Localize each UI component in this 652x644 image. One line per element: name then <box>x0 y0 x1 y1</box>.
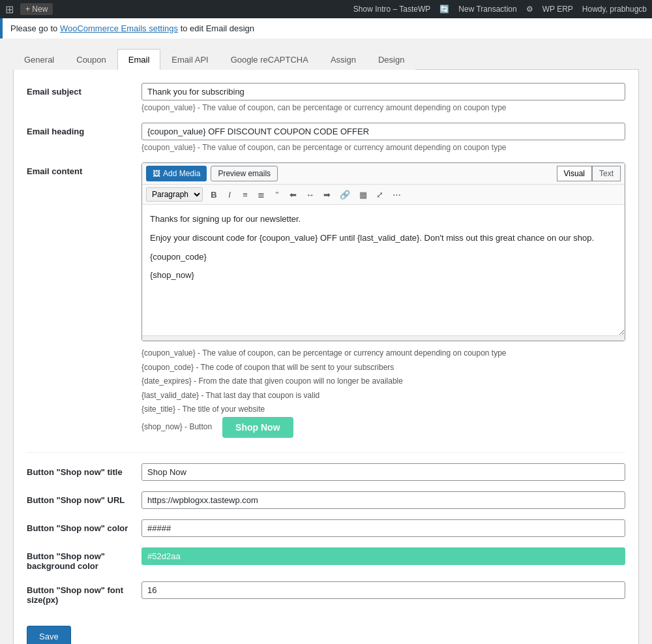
howdy-text: Howdy, prabhugcb <box>582 5 647 14</box>
button-color-label: Button "Shop now" color <box>27 519 131 533</box>
hint-coupon-code: {coupon_code} - The code of coupon that … <box>141 361 625 375</box>
tab-general[interactable]: General <box>13 49 65 70</box>
button-bg-color-input[interactable] <box>141 547 625 565</box>
paragraph-select[interactable]: Paragraph <box>146 187 203 202</box>
preview-emails-button[interactable]: Preview emails <box>211 166 278 181</box>
button-color-wrap <box>141 519 625 537</box>
button-title-wrap <box>141 463 625 481</box>
admin-bar: ⊞ + New Show Intro – TasteWP 🔄 New Trans… <box>0 0 652 18</box>
wp-erp-icon: ⚙ <box>526 5 533 14</box>
new-button[interactable]: + New <box>20 3 53 15</box>
ordered-list-button[interactable]: ≣ <box>254 188 269 202</box>
hint-coupon-value: {coupon_value} - The value of coupon, ca… <box>141 346 625 361</box>
tab-design[interactable]: Design <box>367 49 415 70</box>
button-bg-color-wrap <box>141 547 625 565</box>
wp-logo: ⊞ <box>5 3 14 16</box>
italic-button[interactable]: I <box>222 188 237 202</box>
button-font-size-label: Button "Shop now" font size(px) <box>27 581 131 605</box>
email-content-label: Email content <box>27 162 131 176</box>
tab-email[interactable]: Email <box>117 49 161 70</box>
tab-coupon[interactable]: Coupon <box>65 49 117 70</box>
notice-prefix: Please go to <box>10 23 57 33</box>
text-tab[interactable]: Text <box>592 166 621 181</box>
button-font-size-input[interactable] <box>141 581 625 599</box>
button-url-row: Button "Shop now" URL <box>27 491 625 509</box>
email-heading-input[interactable] <box>141 123 625 140</box>
email-heading-hint: {coupon_value} - The value of coupon, ca… <box>141 143 625 152</box>
wp-erp-link[interactable]: WP ERP <box>542 5 573 14</box>
new-transaction-link[interactable]: New Transaction <box>458 5 516 14</box>
button-title-row: Button "Shop now" title <box>27 463 625 481</box>
section-divider <box>27 452 625 453</box>
align-left-button[interactable]: ⬅ <box>286 188 301 202</box>
editor-content[interactable]: Thanks for signing up for our newsletter… <box>142 205 625 335</box>
editor-top-left: 🖼 Add Media Preview emails <box>146 166 278 181</box>
align-right-button[interactable]: ➡ <box>319 188 334 202</box>
email-heading-wrap: {coupon_value} - The value of coupon, ca… <box>141 123 625 152</box>
add-media-label: Add Media <box>163 169 200 178</box>
content-line4: {shop_now} <box>150 269 617 283</box>
page-wrap: General Coupon Email Email API Google re… <box>0 38 652 644</box>
email-heading-label: Email heading <box>27 123 131 136</box>
email-content-row: Email content 🖼 Add Media Preview emails <box>27 162 625 442</box>
tab-email-api[interactable]: Email API <box>160 49 219 70</box>
tabs-row: General Coupon Email Email API Google re… <box>13 49 639 70</box>
notice-bar: Please go to WooCommerce Emails settings… <box>0 18 652 38</box>
align-center-button[interactable]: ↔ <box>302 188 318 202</box>
more-button[interactable]: ⋯ <box>389 188 405 202</box>
shop-now-hint-row: {shop_now} - Button Shop Now <box>141 417 625 438</box>
button-url-label: Button "Shop now" URL <box>27 491 131 505</box>
blockquote-button[interactable]: " <box>270 188 284 202</box>
show-intro-link[interactable]: Show Intro – TasteWP <box>353 5 431 14</box>
button-url-input[interactable] <box>141 491 625 509</box>
tab-google-recaptcha[interactable]: Google reCAPTCHA <box>220 49 319 70</box>
content-line1: Thanks for signing up for our newsletter… <box>150 213 617 226</box>
fullscreen-button[interactable]: ⤢ <box>372 188 387 202</box>
editor-wrap: 🖼 Add Media Preview emails Visual Text <box>141 162 625 341</box>
button-title-label: Button "Shop now" title <box>27 463 131 477</box>
editor-top-bar: 🖼 Add Media Preview emails Visual Text <box>142 163 625 185</box>
email-subject-wrap: {coupon_value} - The value of coupon, ca… <box>141 83 625 112</box>
content-line2: Enjoy your discount code for {coupon_val… <box>150 232 617 245</box>
format-bar: Paragraph B I ≡ ≣ " ⬅ ↔ ➡ 🔗 ▦ ⤢ ⋯ <box>142 185 625 205</box>
hint-site-title: {site_title} - The title of your website <box>141 403 625 417</box>
button-bg-color-label: Button "Shop now" background color <box>27 547 131 571</box>
woocommerce-emails-link[interactable]: WooCommerce Emails settings <box>60 23 178 33</box>
save-button[interactable]: Save <box>27 626 71 644</box>
hints-block: {coupon_value} - The value of coupon, ca… <box>141 346 625 438</box>
button-url-wrap <box>141 491 625 509</box>
email-subject-row: Email subject {coupon_value} - The value… <box>27 83 625 112</box>
editor-resize-handle[interactable] <box>142 335 625 341</box>
notice-suffix: to edit Email design <box>181 23 254 33</box>
color-input-bg <box>141 547 625 565</box>
button-color-row: Button "Shop now" color <box>27 519 625 537</box>
button-color-input[interactable] <box>141 519 625 537</box>
view-toggle: Visual Text <box>557 166 621 181</box>
hint-last-valid-date: {last_valid_date} - That last day that c… <box>141 389 625 403</box>
email-content-wrap: 🖼 Add Media Preview emails Visual Text <box>141 162 625 442</box>
unordered-list-button[interactable]: ≡ <box>238 188 252 202</box>
transaction-icon: 🔄 <box>439 5 449 14</box>
add-media-button[interactable]: 🖼 Add Media <box>146 166 207 181</box>
email-subject-label: Email subject <box>27 83 131 97</box>
link-button[interactable]: 🔗 <box>336 188 354 202</box>
tab-assign[interactable]: Assign <box>319 49 367 70</box>
shop-now-preview-button[interactable]: Shop Now <box>222 417 293 438</box>
add-media-icon: 🖼 <box>153 169 160 178</box>
email-subject-hint: {coupon_value} - The value of coupon, ca… <box>141 103 625 112</box>
button-font-size-wrap <box>141 581 625 599</box>
email-heading-row: Email heading {coupon_value} - The value… <box>27 123 625 152</box>
settings-area: Email subject {coupon_value} - The value… <box>13 70 639 644</box>
content-line3: {coupon_code} <box>150 251 617 264</box>
button-font-size-row: Button "Shop now" font size(px) <box>27 581 625 605</box>
visual-tab[interactable]: Visual <box>557 166 592 181</box>
hint-date-expires: {date_expires} - From the date that give… <box>141 375 625 389</box>
table-button[interactable]: ▦ <box>355 188 371 202</box>
button-bg-color-row: Button "Shop now" background color <box>27 547 625 571</box>
button-title-input[interactable] <box>141 463 625 481</box>
email-subject-input[interactable] <box>141 83 625 100</box>
shop-now-hint-text: {shop_now} - Button <box>141 420 212 435</box>
bold-button[interactable]: B <box>207 188 221 202</box>
